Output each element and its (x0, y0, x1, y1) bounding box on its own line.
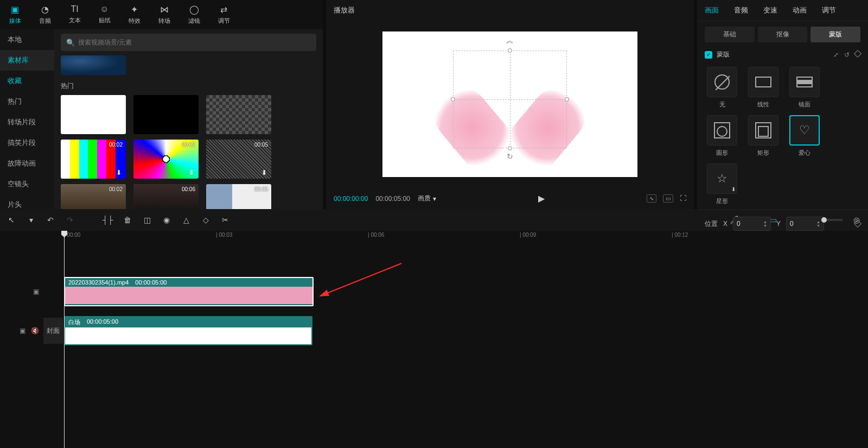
asset-thumb[interactable] (61, 95, 126, 134)
undo-button[interactable]: ↶ (44, 214, 56, 226)
recent-thumb[interactable] (61, 55, 126, 75)
category-tab-滤镜[interactable]: ◯滤镜 (179, 2, 209, 27)
side-nav-item[interactable]: 搞笑片段 (0, 132, 54, 153)
asset-thumb[interactable]: 00:05⬇ (206, 184, 271, 209)
keyframe-icon[interactable] (854, 49, 861, 57)
side-nav-item[interactable]: 转场片段 (0, 112, 54, 132)
ruler-tick: | 00:09 (520, 232, 536, 238)
pointer-tool[interactable]: ↖ (5, 214, 17, 226)
asset-thumb[interactable]: 00:05⬇ (206, 140, 271, 179)
side-nav-item[interactable]: 片头 (0, 194, 54, 215)
total-time: 00:00:05:00 (375, 195, 410, 203)
download-icon[interactable]: ⬇ (189, 169, 196, 176)
category-tab-贴纸[interactable]: ☺贴纸 (90, 2, 119, 27)
delete-button[interactable]: 🗑 (122, 214, 133, 226)
inspector-subtab[interactable]: 基础 (705, 27, 755, 42)
zoom-slider[interactable] (821, 219, 843, 221)
inspector-tab[interactable]: 变速 (756, 0, 785, 21)
side-nav-item[interactable]: 素材库 (0, 50, 54, 71)
tab-icon: ✦ (131, 4, 138, 15)
asset-thumb[interactable]: 00:02⬇ (61, 140, 126, 179)
side-nav-item[interactable]: 本地 (0, 29, 54, 50)
clip-video-b[interactable]: 白场 00:00:05:00 (64, 316, 312, 345)
duration-badge: 00:05 (254, 186, 268, 192)
pos-y-input[interactable]: 0▲▼ (786, 217, 824, 231)
compare-icon[interactable]: ∿ (647, 194, 656, 203)
tab-label: 音频 (39, 17, 51, 25)
mask-enable-checkbox[interactable]: ✓ (705, 51, 712, 59)
inspector-tab[interactable]: 音频 (726, 0, 756, 21)
asset-thumb[interactable]: 00:06⬇ (133, 184, 199, 209)
inspector-tab[interactable]: 画面 (697, 0, 726, 21)
tab-icon: ◔ (41, 4, 49, 15)
mask-option-圆形[interactable] (707, 115, 737, 146)
rotate-icon[interactable]: ↻ (507, 152, 513, 161)
pos-x-input[interactable]: 0▲▼ (733, 217, 771, 231)
play-button[interactable]: ▶ (538, 193, 545, 204)
inspector-subtab[interactable]: 抠像 (758, 27, 808, 42)
inspector-tab[interactable]: 动画 (785, 0, 814, 21)
mask-option-线性[interactable] (748, 67, 778, 97)
inspector-panel: 画面音频变速动画调节 基础抠像蒙版 ✓ 蒙版 ⤢ ↺ 无线性镜面圆形矩形♡爱心☆… (697, 0, 868, 209)
reset-icon[interactable]: ↺ (844, 51, 850, 59)
clip-video-a[interactable]: 202203302354(1).mp4 00:00:05:00 (64, 277, 314, 306)
mute-icon[interactable]: 🔇 (31, 327, 39, 335)
category-tab-调节[interactable]: ⇄调节 (209, 2, 239, 27)
search-input-wrap[interactable]: 🔍 (61, 34, 316, 51)
inspector-subtabs: 基础抠像蒙版 (697, 21, 868, 47)
category-tab-媒体[interactable]: ▣媒体 (0, 2, 30, 27)
asset-thumb[interactable] (133, 95, 199, 134)
crop-button[interactable]: ◫ (141, 214, 153, 226)
redo-button[interactable]: ↷ (64, 214, 76, 226)
side-nav-item[interactable]: 故障动画 (0, 153, 54, 174)
tab-icon: TI (71, 4, 78, 14)
download-icon[interactable]: ⬇ (261, 169, 269, 176)
crop-tool[interactable]: ✂ (219, 214, 231, 226)
cover-button[interactable]: 封面 (43, 318, 63, 344)
category-tab-音频[interactable]: ◔音频 (30, 2, 60, 27)
duration-badge: 00:02 (182, 142, 195, 148)
freeze-button[interactable]: ◉ (161, 214, 173, 226)
mask-option-星形[interactable]: ☆⬇ (707, 163, 737, 194)
chevron-down-icon: ▾ (433, 195, 436, 203)
search-input[interactable] (78, 39, 311, 46)
mask-bounds[interactable] (453, 51, 567, 148)
inspector-subtab[interactable]: 蒙版 (810, 27, 860, 42)
category-tab-转场[interactable]: ⋈转场 (149, 2, 179, 27)
side-nav-item[interactable]: 空镜头 (0, 174, 54, 194)
asset-thumb[interactable] (206, 95, 271, 134)
section-title: 热门 (61, 79, 316, 95)
mask-option-矩形[interactable] (748, 115, 778, 146)
mask-option-爱心[interactable]: ♡ (789, 115, 820, 146)
resize-handle[interactable] (508, 48, 512, 53)
download-icon[interactable]: ⬇ (116, 169, 124, 176)
timeline: | 00:00| 00:03| 00:06| 00:09| 00:12 ▣ 20… (0, 231, 868, 448)
ratio-button[interactable]: ▭ (663, 194, 673, 203)
split-button[interactable]: ┤├ (102, 214, 114, 226)
track-toggle-icon[interactable]: ▣ (33, 288, 39, 295)
rotate-button[interactable]: ◇ (200, 214, 212, 226)
mask-option-镜面[interactable] (789, 67, 820, 97)
tab-icon: ◯ (189, 4, 199, 15)
chevron-up-icon[interactable]: ︽ (506, 36, 514, 46)
track-toggle-icon[interactable]: ▣ (20, 327, 25, 335)
resize-handle[interactable] (508, 146, 512, 150)
category-tab-特效[interactable]: ✦特效 (119, 2, 149, 27)
asset-thumb[interactable]: 00:02⬇ (61, 184, 126, 209)
resize-handle[interactable] (451, 97, 455, 102)
category-tab-文本[interactable]: TI文本 (60, 2, 90, 27)
quality-dropdown[interactable]: 画质▾ (418, 194, 436, 203)
mirror-button[interactable]: △ (180, 214, 192, 226)
asset-thumb[interactable]: 00:02⬇ (133, 140, 199, 179)
inspector-tab[interactable]: 调节 (814, 0, 844, 21)
mask-option-无[interactable] (707, 67, 737, 97)
fullscreen-icon[interactable]: ⛶ (680, 194, 686, 203)
preview-canvas[interactable]: ︽ ↻ (382, 31, 637, 177)
expand-icon[interactable]: ⤢ (833, 51, 839, 59)
pointer-dropdown[interactable]: ▾ (25, 214, 37, 226)
time-ruler[interactable]: | 00:00| 00:03| 00:06| 00:09| 00:12 (64, 231, 868, 243)
side-nav-item[interactable]: 收藏 (0, 71, 54, 91)
playhead[interactable] (64, 231, 65, 448)
side-nav-item[interactable]: 热门 (0, 91, 54, 112)
resize-handle[interactable] (565, 97, 569, 102)
